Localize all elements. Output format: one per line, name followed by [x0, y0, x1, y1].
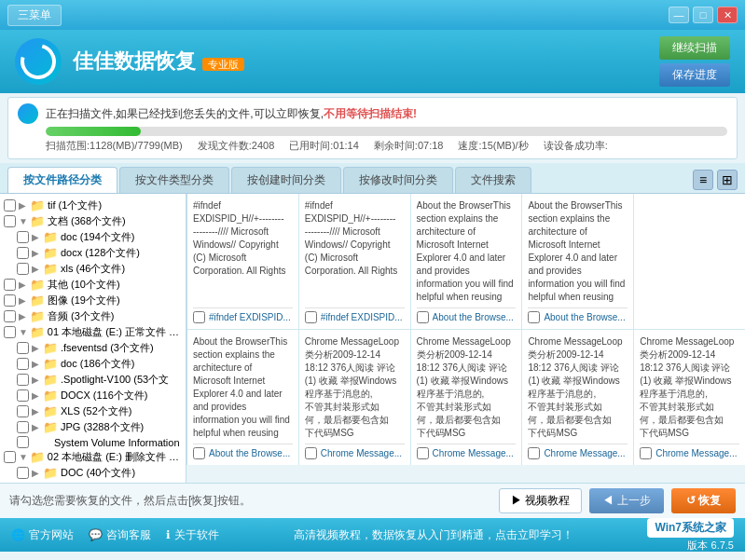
- file-card[interactable]: #ifndef EXDISPID_H//+-------- --------//…: [299, 194, 410, 329]
- tree-item-checkbox[interactable]: [17, 358, 29, 370]
- tree-item-checkbox[interactable]: [4, 326, 16, 338]
- continue-scan-button[interactable]: 继续扫描: [659, 36, 730, 60]
- file-card[interactable]: Chrome MessageLoop 类分析2009-12-14 18:12 3…: [634, 330, 745, 465]
- tree-toggle-icon[interactable]: ▼: [19, 216, 30, 226]
- tree-item-checkbox[interactable]: [17, 263, 29, 275]
- file-card-checkbox[interactable]: [640, 447, 652, 459]
- file-card-checkbox[interactable]: [528, 447, 540, 459]
- file-card-checkbox[interactable]: [417, 447, 429, 459]
- scan-message: 正在扫描文件,如果已经找到您丢失的文件,可以立即恢复,不用等待扫描结束!: [46, 106, 417, 122]
- tree-toggle-icon[interactable]: ▶: [19, 200, 30, 211]
- tree-toggle-icon[interactable]: ▶: [32, 359, 43, 369]
- file-card[interactable]: Chrome MessageLoop 类分析2009-12-14 18:12 3…: [299, 330, 410, 465]
- tree-toggle-icon[interactable]: ▶: [19, 311, 30, 321]
- tree-item-checkbox[interactable]: [17, 231, 29, 243]
- tab-path[interactable]: 按文件路径分类: [7, 167, 117, 193]
- minimize-button[interactable]: —: [669, 7, 689, 23]
- tree-item-checkbox[interactable]: [17, 389, 29, 402]
- tree-item[interactable]: ▶📁doc (194个文件): [0, 229, 186, 245]
- tree-item[interactable]: System Volume Information: [0, 435, 186, 449]
- file-card-checkbox[interactable]: [305, 447, 317, 459]
- file-card-checkbox[interactable]: [305, 311, 317, 323]
- tree-item[interactable]: ▶📁tif (1个文件): [0, 198, 186, 213]
- tab-modified[interactable]: 按修改时间分类: [343, 167, 453, 193]
- scan-size-label: 扫描范围:1128(MB)/7799(MB): [46, 139, 183, 153]
- tree-item[interactable]: ▶📁doc (186个文件): [0, 356, 186, 372]
- tree-item[interactable]: ▶📁xls (46个文件): [0, 261, 186, 277]
- file-card[interactable]: About the BrowserThis section explains t…: [187, 330, 298, 465]
- tab-search[interactable]: 文件搜索: [455, 167, 531, 193]
- tree-item[interactable]: ▼📁文档 (368个文件): [0, 213, 186, 229]
- footer-version: 版本 6.7.5: [687, 539, 734, 553]
- tree-toggle-icon[interactable]: ▶: [19, 295, 30, 306]
- tree-toggle-icon[interactable]: ▶: [19, 280, 30, 290]
- maximize-button[interactable]: □: [693, 7, 713, 23]
- tree-toggle-icon[interactable]: ▶: [32, 468, 43, 478]
- tree-item-checkbox[interactable]: [17, 467, 29, 479]
- tree-item[interactable]: ▶📁docx (128个文件): [0, 245, 186, 261]
- tree-item-checkbox[interactable]: [4, 199, 16, 212]
- support-label: 咨询客服: [106, 527, 151, 543]
- tree-toggle-icon[interactable]: ▶: [32, 422, 43, 432]
- footer-link-support[interactable]: 💬 咨询客服: [89, 527, 151, 543]
- list-view-button[interactable]: ≡: [693, 170, 713, 190]
- save-progress-button[interactable]: 保存进度: [659, 63, 730, 87]
- tree-toggle-icon[interactable]: ▶: [32, 375, 43, 385]
- tree-toggle-icon[interactable]: ▶: [32, 406, 43, 417]
- tree-item-checkbox[interactable]: [17, 421, 29, 433]
- file-card[interactable]: About the BrowserThis section explains t…: [522, 194, 633, 329]
- app-edition: 专业版: [202, 58, 244, 71]
- tree-item[interactable]: ▶📁其他 (10个文件): [0, 277, 186, 293]
- tree-toggle-icon[interactable]: ▶: [32, 248, 43, 258]
- tree-item-checkbox[interactable]: [4, 279, 16, 291]
- tree-toggle-icon[interactable]: ▶: [32, 390, 43, 401]
- footer-link-website[interactable]: 🌐 官方网站: [11, 527, 74, 543]
- tree-item[interactable]: ▶📁DOCX (116个文件): [0, 388, 186, 403]
- tree-item-checkbox[interactable]: [4, 310, 16, 322]
- file-card[interactable]: Chrome MessageLoop 类分析2009-12-14 18:12 3…: [522, 330, 633, 465]
- tree-toggle-icon[interactable]: ▼: [19, 327, 30, 337]
- tree-item[interactable]: ▶📁JPG (3288个文件): [0, 419, 186, 435]
- recover-button[interactable]: ↺ 恢复: [671, 488, 736, 513]
- tree-item[interactable]: ▶📁音频 (3个文件): [0, 308, 186, 324]
- file-card[interactable]: About the BrowserThis section explains t…: [411, 194, 522, 329]
- file-card-checkbox[interactable]: [193, 311, 205, 323]
- tab-type[interactable]: 按文件类型分类: [119, 167, 229, 193]
- tree-item[interactable]: ▶📁DOC (40个文件): [0, 465, 186, 481]
- file-card-checkbox[interactable]: [193, 447, 205, 459]
- tree-item-checkbox[interactable]: [17, 405, 29, 417]
- tree-toggle-icon[interactable]: ▶: [32, 232, 43, 242]
- grid-view-button[interactable]: ⊞: [717, 170, 738, 190]
- file-card[interactable]: [634, 194, 745, 329]
- footer-link-about[interactable]: ℹ 关于软件: [166, 527, 219, 543]
- close-button[interactable]: ✕: [717, 7, 738, 23]
- tree-item[interactable]: ▶📁XLS (52个文件): [0, 403, 186, 419]
- tree-item-label: 音频 (3个文件): [48, 309, 115, 323]
- prev-step-button[interactable]: ◀ 上一步: [589, 488, 663, 513]
- tree-item[interactable]: ▶📁图像 (19个文件): [0, 293, 186, 308]
- tree-item[interactable]: ▼📁01 本地磁盘 (E:) 正常文件 (37: [0, 324, 186, 340]
- tab-created[interactable]: 按创建时间分类: [231, 167, 341, 193]
- folder-icon: 📁: [30, 278, 45, 292]
- tree-item-checkbox[interactable]: [4, 294, 16, 307]
- tree-item[interactable]: ▶📁.Spotlight-V100 (18个文: [0, 481, 186, 483]
- file-card[interactable]: #ifndef EXDISPID_H//+-------- --------//…: [187, 194, 298, 329]
- tree-item-label: .Spotlight-V100 (18个文: [61, 482, 169, 483]
- tree-item[interactable]: ▶📁.fseventsd (3个文件): [0, 340, 186, 356]
- file-card-checkbox[interactable]: [417, 311, 429, 323]
- tree-item[interactable]: ▶📁.Spotlight-V100 (53个文: [0, 372, 186, 388]
- tree-item-checkbox[interactable]: [4, 451, 16, 463]
- tree-item-checkbox[interactable]: [17, 342, 29, 354]
- tree-item-checkbox[interactable]: [17, 374, 29, 386]
- tree-item-checkbox[interactable]: [17, 436, 29, 448]
- tree-toggle-icon[interactable]: ▶: [32, 343, 43, 353]
- file-card[interactable]: Chrome MessageLoop 类分析2009-12-14 18:12 3…: [411, 330, 522, 465]
- tree-item[interactable]: ▼📁02 本地磁盘 (E:) 删除文件 (34: [0, 449, 186, 465]
- tree-toggle-icon[interactable]: ▼: [19, 452, 30, 462]
- file-card-checkbox[interactable]: [528, 311, 540, 323]
- tree-item-checkbox[interactable]: [17, 247, 29, 259]
- video-tutorial-button[interactable]: ▶ 视频教程: [499, 488, 582, 513]
- tree-toggle-icon[interactable]: ▶: [32, 264, 43, 274]
- menu-button[interactable]: 三菜单: [7, 5, 62, 26]
- tree-item-checkbox[interactable]: [4, 215, 16, 227]
